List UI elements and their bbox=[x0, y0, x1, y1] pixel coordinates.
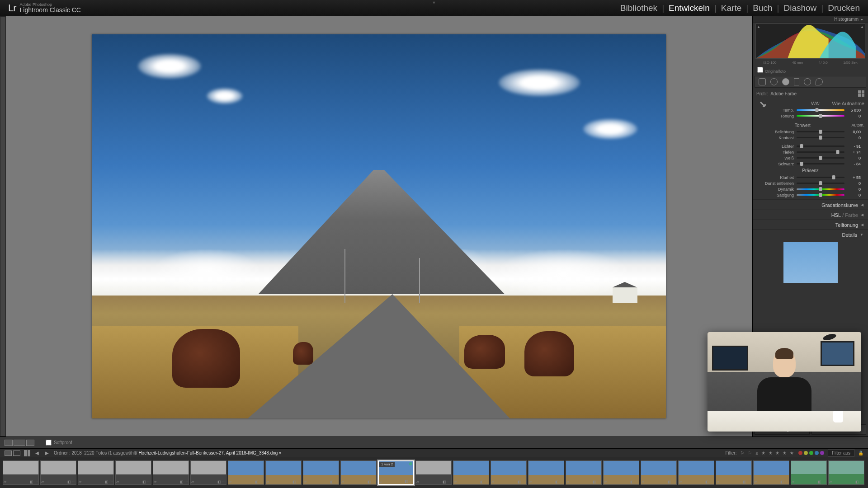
main-photo[interactable] bbox=[92, 34, 666, 418]
wb-dropdown[interactable]: Wie Aufnahme bbox=[832, 101, 864, 106]
split-panel-header[interactable]: Teiltonung◀ bbox=[753, 220, 868, 230]
thumbnail[interactable]: ▱◧ ⋯ bbox=[190, 460, 226, 485]
thumbnail[interactable]: ▱◧ ⋯ bbox=[115, 460, 151, 485]
nav-back-icon[interactable]: ◀ bbox=[34, 450, 40, 456]
shadows-value[interactable]: + 74 bbox=[847, 150, 861, 155]
thumbnail[interactable]: ▱◧ ⋯ bbox=[303, 460, 339, 485]
thumbnail[interactable]: ▱◧ ⋯ bbox=[153, 460, 189, 485]
dehaze-slider[interactable] bbox=[797, 183, 844, 184]
hsl-panel-header[interactable]: HSL / Farbe◀ bbox=[753, 210, 868, 220]
filmstrip-header: ◀ ▶ Ordner : 2018 2120 Fotos /1 ausgewäh… bbox=[0, 448, 868, 457]
blacks-value[interactable]: - 84 bbox=[847, 162, 861, 166]
auto-button[interactable]: Autom. bbox=[851, 123, 864, 127]
before-after-lr-icon[interactable] bbox=[14, 440, 25, 446]
left-panel-collapsed[interactable] bbox=[0, 16, 6, 436]
dehaze-value[interactable]: 0 bbox=[847, 181, 861, 186]
profile-value[interactable]: Adobe Farbe bbox=[770, 91, 797, 96]
crop-tool-icon[interactable] bbox=[759, 78, 766, 85]
lr-icon: Lr bbox=[8, 2, 16, 14]
module-map[interactable]: Karte bbox=[721, 3, 741, 13]
blacks-slider[interactable] bbox=[797, 163, 844, 164]
thumbnail-selected[interactable]: 1 von 2▱◧ ⋯ bbox=[378, 460, 414, 485]
thumbnail[interactable]: ▱◧ ⋯ bbox=[40, 460, 76, 485]
whites-slider[interactable] bbox=[797, 157, 844, 159]
flag-rejected-icon[interactable]: ⚐ bbox=[748, 450, 752, 455]
thumbnail[interactable]: ▱◧ ⋯ bbox=[828, 460, 864, 485]
clip-highlights-icon[interactable]: ▲ bbox=[860, 25, 864, 29]
exif-aperture: f / 5,0 bbox=[819, 61, 828, 65]
stack-badge[interactable]: 1 von 2 bbox=[379, 462, 395, 467]
thumbnail[interactable]: ▱◧ ⋯ bbox=[78, 460, 114, 485]
loupe-view-icon[interactable] bbox=[5, 440, 13, 446]
module-library[interactable]: Bibliothek bbox=[620, 3, 657, 13]
filmstrip[interactable]: ▱◧ ⋯ ▱◧ ⋯ ▱◧ ⋯ ▱◧ ⋯ ▱◧ ⋯ ▱◧ ⋯ ▱◧ ⋯ ▱◧ ⋯ … bbox=[0, 457, 868, 488]
temp-slider[interactable] bbox=[797, 109, 844, 111]
basic-panel: WA: Wie Aufnahme Temp.5 830 Tönung0 Tonw… bbox=[753, 99, 868, 200]
thumbnail[interactable]: ▱◧ ⋯ bbox=[453, 460, 489, 485]
star-filter[interactable]: ≥ ★ ★ ★ ★ ★ bbox=[755, 450, 794, 455]
exposure-value[interactable]: 0,00 bbox=[847, 130, 861, 134]
radial-filter-icon[interactable] bbox=[804, 78, 811, 85]
histogram-header[interactable]: Histogramm▼ bbox=[753, 16, 868, 23]
thumbnail[interactable]: ▱◧ ⋯ bbox=[340, 460, 377, 485]
panel-toggle-top[interactable]: ▼ bbox=[432, 0, 436, 5]
histogram[interactable]: ▲ ▲ bbox=[755, 23, 865, 59]
shadows-slider[interactable] bbox=[797, 151, 844, 153]
temp-value[interactable]: 5 830 bbox=[847, 108, 861, 113]
thumbnail[interactable]: ▱◧ ⋯ bbox=[566, 460, 602, 485]
contrast-slider[interactable] bbox=[797, 137, 844, 138]
clip-shadows-icon[interactable]: ▲ bbox=[757, 25, 760, 29]
thumbnail[interactable]: ▱◧ ⋯ bbox=[491, 460, 527, 485]
module-book[interactable]: Buch bbox=[753, 3, 772, 13]
before-after-tb-icon[interactable] bbox=[26, 440, 34, 446]
flag-picked-icon[interactable]: ⚐ bbox=[740, 450, 744, 455]
detail-preview[interactable] bbox=[783, 242, 838, 283]
thumbnail[interactable]: ▱◧ ⋯ bbox=[753, 460, 789, 485]
tint-slider[interactable] bbox=[797, 115, 844, 117]
whites-value[interactable]: 0 bbox=[847, 156, 861, 160]
redeye-tool-icon[interactable] bbox=[782, 78, 789, 85]
thumbnail[interactable]: ▱◧ ⋯ bbox=[716, 460, 752, 485]
color-filter[interactable] bbox=[798, 451, 824, 455]
filter-lock-icon[interactable]: 🔒 bbox=[858, 450, 863, 455]
contrast-value[interactable]: 0 bbox=[847, 136, 861, 140]
module-print[interactable]: Drucken bbox=[828, 3, 860, 13]
second-window-2-icon[interactable] bbox=[13, 450, 20, 456]
thumbnail[interactable]: ▱◧ ⋯ bbox=[641, 460, 677, 485]
tint-value[interactable]: 0 bbox=[847, 114, 861, 118]
thumbnail[interactable]: ▱◧ ⋯ bbox=[265, 460, 302, 485]
thumbnail[interactable]: ▱◧ ⋯ bbox=[3, 460, 39, 485]
clarity-value[interactable]: + 55 bbox=[847, 175, 861, 180]
original-toggle[interactable]: Originalfoto bbox=[753, 66, 868, 75]
clarity-slider[interactable] bbox=[797, 177, 844, 178]
thumbnail[interactable]: ▱◧ ⋯ bbox=[603, 460, 639, 485]
second-window-icon[interactable] bbox=[5, 450, 12, 456]
softproof-checkbox[interactable] bbox=[46, 440, 52, 446]
grid-view-icon[interactable] bbox=[24, 450, 30, 456]
original-checkbox[interactable] bbox=[757, 67, 763, 73]
highlights-slider[interactable] bbox=[797, 145, 844, 147]
module-develop[interactable]: Entwickeln bbox=[669, 3, 710, 13]
curve-panel-header[interactable]: Gradationskurve◀ bbox=[753, 200, 868, 210]
filter-dropdown[interactable]: Filter aus bbox=[828, 449, 854, 457]
vibrance-value[interactable]: 0 bbox=[847, 187, 861, 192]
breadcrumb[interactable]: Ordner : 2018 2120 Fotos /1 ausgewählt/ … bbox=[54, 450, 281, 455]
thumbnail[interactable]: ▱◧ ⋯ bbox=[228, 460, 264, 485]
module-slideshow[interactable]: Diashow bbox=[783, 3, 816, 13]
detail-panel-header[interactable]: Details▼ bbox=[753, 230, 868, 239]
exposure-slider[interactable] bbox=[797, 131, 844, 132]
spot-tool-icon[interactable] bbox=[770, 78, 778, 85]
profile-browser-icon[interactable] bbox=[858, 90, 864, 97]
thumbnail[interactable]: ▱◧ ⋯ bbox=[415, 460, 452, 485]
grad-filter-icon[interactable] bbox=[794, 78, 799, 85]
module-picker: Bibliothek| Entwickeln| Karte| Buch| Dia… bbox=[620, 3, 860, 13]
thumbnail[interactable]: ▱◧ ⋯ bbox=[791, 460, 827, 485]
saturation-slider[interactable] bbox=[797, 194, 844, 196]
vibrance-slider[interactable] bbox=[797, 188, 844, 190]
thumbnail[interactable]: ▱◧ ⋯ bbox=[678, 460, 714, 485]
saturation-value[interactable]: 0 bbox=[847, 193, 861, 197]
thumbnail[interactable]: ▱◧ ⋯ bbox=[528, 460, 564, 485]
nav-fwd-icon[interactable]: ▶ bbox=[44, 450, 50, 456]
brush-tool-icon[interactable] bbox=[816, 78, 823, 85]
highlights-value[interactable]: - 91 bbox=[847, 144, 861, 149]
